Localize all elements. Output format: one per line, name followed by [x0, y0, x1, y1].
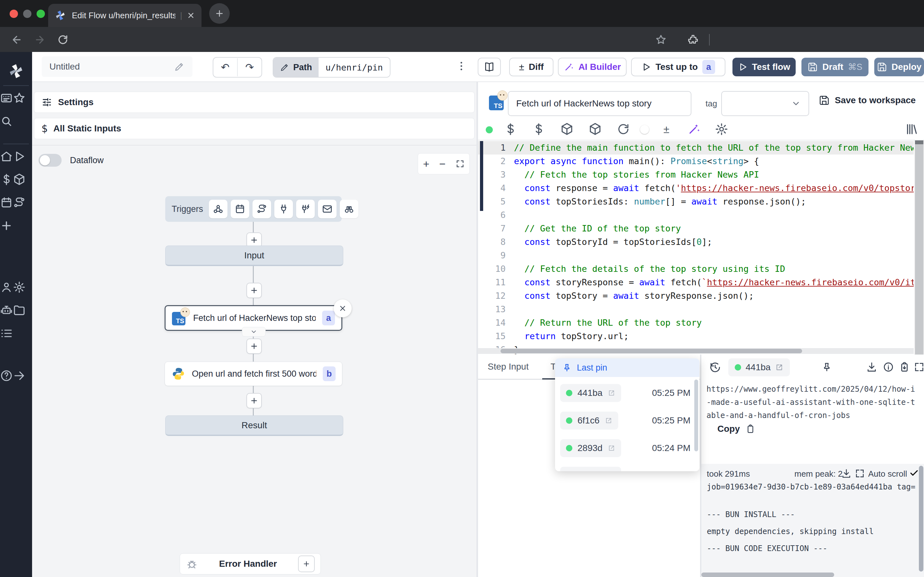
editor-hscrollbar-thumb[interactable]	[501, 349, 802, 353]
edit-name-pencil-icon[interactable]	[174, 61, 185, 72]
sidebar-folder-icon[interactable]	[13, 304, 26, 317]
tab-step-input[interactable]: Step Input	[488, 362, 529, 372]
external-link-icon[interactable]	[605, 417, 612, 424]
sidebar-list-icon[interactable]	[0, 327, 13, 340]
new-tab-button[interactable]	[209, 3, 230, 24]
test-up-to-button[interactable]: Test up to a	[631, 58, 725, 76]
docs-book-button[interactable]	[478, 58, 501, 76]
trigger-plug-bolt-button[interactable]	[296, 200, 315, 218]
clipboard-icon[interactable]	[899, 362, 910, 372]
pin-icon[interactable]	[821, 362, 832, 372]
check-icon[interactable]	[909, 468, 919, 478]
browser-tab[interactable]: Edit Flow u/henri/pin_results |	[48, 4, 202, 27]
trigger-webhook-button[interactable]	[209, 200, 228, 218]
editor-vscrollbar-thumb[interactable]	[915, 140, 923, 355]
package-icon[interactable]	[560, 122, 573, 136]
windmill-logo[interactable]	[0, 52, 32, 79]
result-node[interactable]: Result	[165, 416, 343, 436]
sidebar-help-icon[interactable]	[0, 369, 13, 382]
sidebar-play-icon[interactable]	[13, 150, 26, 163]
forward-icon[interactable]	[34, 34, 45, 45]
insert-step-button[interactable]	[246, 393, 262, 408]
insert-step-button[interactable]	[246, 338, 262, 354]
close-tab-icon[interactable]	[187, 11, 195, 19]
path-button[interactable]: Path	[273, 58, 318, 77]
pin-history-row[interactable]: 441ba 05:25 PM	[555, 382, 699, 405]
sidebar-plus-icon[interactable]	[0, 219, 13, 232]
sidebar-calendar-icon[interactable]	[0, 196, 13, 209]
zoom-out-button[interactable]: −	[439, 158, 446, 170]
sidebar-person-icon[interactable]	[0, 281, 13, 293]
back-icon[interactable]	[11, 34, 23, 45]
trigger-mail-button[interactable]	[318, 200, 336, 218]
package-icon[interactable]	[588, 122, 602, 136]
tag-select[interactable]	[721, 91, 809, 116]
pin-history-row[interactable]: 6f1c6 05:25 PM	[555, 409, 699, 432]
sidebar-gear-icon[interactable]	[13, 281, 26, 293]
sidebar-app-card-icon[interactable]	[0, 92, 13, 105]
log-vscrollbar-thumb[interactable]	[919, 466, 923, 572]
undo-button[interactable]: ↶	[213, 61, 237, 73]
add-error-handler-button[interactable]	[298, 556, 315, 572]
trigger-plug-button[interactable]	[274, 200, 293, 218]
history-icon[interactable]	[709, 362, 721, 373]
expand-icon[interactable]	[914, 362, 924, 372]
trigger-route-button[interactable]	[252, 200, 271, 218]
sidebar-robot-icon[interactable]	[0, 304, 13, 317]
collapse-step-chevron[interactable]	[242, 327, 266, 337]
dropdown-scrollbar-thumb[interactable]	[694, 380, 698, 451]
more-options-kebab-icon[interactable]	[456, 60, 467, 72]
pin-id-pill[interactable]: 1e4ab	[560, 467, 621, 471]
pin-id-pill[interactable]: 2893d	[560, 439, 621, 457]
flow-name-field[interactable]: Untitled	[42, 56, 192, 77]
insert-step-button[interactable]	[246, 283, 262, 298]
download-logs-icon[interactable]	[841, 468, 851, 479]
external-link-icon[interactable]	[607, 444, 615, 452]
code-editor[interactable]: 12345678910111213141516 // Define the ma…	[478, 140, 924, 355]
bookmark-star-icon[interactable]	[655, 34, 667, 45]
step-title-input[interactable]: Fetch url of HackerNews top story	[508, 91, 691, 116]
log-hscrollbar-thumb[interactable]	[701, 572, 834, 577]
zoom-in-button[interactable]: +	[423, 158, 429, 170]
wand-icon[interactable]	[687, 122, 701, 136]
static-inputs-row[interactable]: $ All Static Inputs	[34, 118, 475, 139]
save-to-workspace-button[interactable]: Save to workspace	[819, 95, 916, 106]
sidebar-star-icon[interactable]	[13, 92, 26, 105]
external-link-icon[interactable]	[607, 389, 615, 397]
pin-history-row[interactable]: 2893d 05:24 PM	[555, 437, 699, 460]
fit-view-icon[interactable]	[456, 159, 465, 168]
external-link-icon[interactable]	[775, 363, 783, 372]
test-flow-button[interactable]: Test flow	[732, 58, 796, 76]
minimize-window-button[interactable]	[23, 10, 31, 18]
editor-hscrollbar[interactable]	[478, 348, 914, 354]
sidebar-arrow-right-icon[interactable]	[13, 369, 26, 382]
sidebar-cube-icon[interactable]	[13, 173, 26, 186]
deploy-button[interactable]: Deploy	[874, 58, 924, 76]
dollar-icon[interactable]	[532, 122, 545, 136]
pin-id-pill[interactable]: 6f1c6	[560, 412, 618, 430]
flow-settings-row[interactable]: Settings	[34, 92, 475, 113]
expand-logs-icon[interactable]	[855, 468, 865, 479]
sidebar-search-icon[interactable]	[0, 115, 13, 127]
copy-button[interactable]: Copy	[717, 424, 755, 434]
step-node-b[interactable]: Open url and fetch first 500 words of ..…	[165, 362, 342, 386]
remove-step-button[interactable]	[334, 300, 352, 318]
refresh-icon[interactable]	[617, 122, 630, 136]
diff-button[interactable]: ± Diff	[509, 58, 553, 76]
draft-button[interactable]: Draft ⌘S	[801, 58, 869, 76]
trigger-calendar-button[interactable]	[231, 200, 249, 218]
dataflow-toggle[interactable]	[39, 154, 61, 167]
editor-vscrollbar[interactable]	[914, 140, 924, 355]
download-result-icon[interactable]	[866, 362, 877, 372]
run-id-badge[interactable]: 441ba	[728, 358, 790, 376]
last-pin-option[interactable]: Last pin	[555, 358, 699, 377]
reload-icon[interactable]	[57, 34, 69, 45]
pin-id-pill[interactable]: 441ba	[560, 384, 621, 402]
sidebar-home-icon[interactable]	[0, 150, 13, 163]
ai-builder-button[interactable]: AI Builder	[558, 58, 627, 76]
pin-history-row[interactable]: 1e4ab 05:21 PM	[555, 464, 699, 471]
info-icon[interactable]	[883, 362, 894, 372]
trigger-binoculars-button[interactable]	[340, 200, 359, 218]
triggers-node[interactable]: Triggers	[165, 196, 342, 222]
error-handler-node[interactable]: Error Handler	[180, 553, 321, 574]
